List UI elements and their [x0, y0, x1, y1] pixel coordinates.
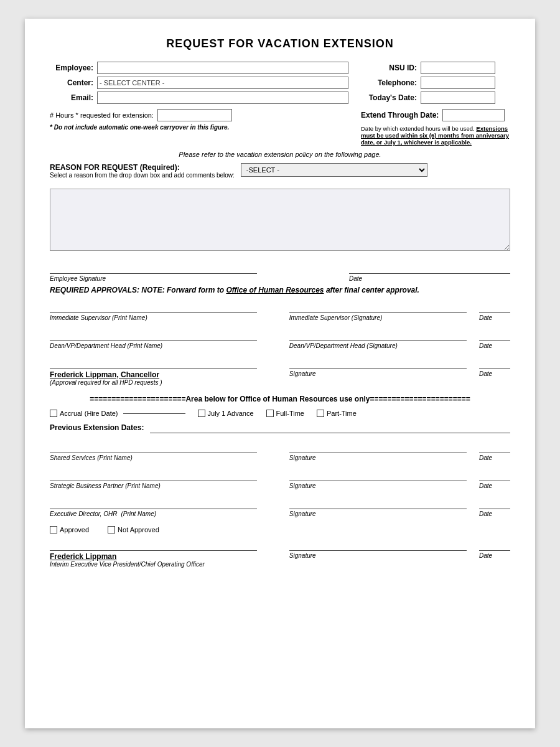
strategic-date-label: Date [479, 482, 510, 489]
shared-services-date-label: Date [479, 454, 510, 461]
shared-services-row: Shared Services (Print Name) Signature D… [50, 442, 510, 461]
strategic-print-label: Strategic Business Partner (Print Name) [50, 482, 257, 489]
final-sig-label: Signature [289, 552, 467, 559]
dean-date-label: Date [479, 342, 510, 349]
reason-subtitle: Select a reason from the drop down box a… [50, 172, 235, 179]
extend-through-label: Extend Through Date: [361, 111, 439, 120]
todays-date-label: Today's Date: [361, 93, 417, 102]
checkbox-row: Accrual (Hire Date) July 1 Advance Full-… [50, 410, 510, 417]
center-input[interactable] [97, 77, 348, 89]
extend-through-input[interactable] [442, 109, 505, 121]
imm-date-label: Date [479, 314, 510, 321]
final-date-label: Date [479, 552, 510, 559]
prev-ext-row: Previous Extension Dates: [50, 422, 510, 433]
todays-date-input[interactable] [421, 92, 495, 104]
telephone-input[interactable] [421, 77, 495, 89]
part-time-item: Part-Time [317, 410, 357, 417]
employee-sig-block: Employee Signature [50, 263, 257, 282]
form-page: REQUEST FOR VACATION EXTENSION Employee:… [25, 19, 535, 728]
exec-print-label: (Print Name) [121, 510, 156, 517]
accrual-label: Accrual (Hire Date) [60, 410, 118, 417]
july-advance-item: July 1 Advance [198, 410, 254, 417]
july-advance-checkbox[interactable] [198, 410, 205, 417]
shared-services-print-label: Shared Services (Print Name) [50, 454, 257, 461]
hours-label: # Hours * requested for extension: [50, 111, 154, 119]
not-approved-item: Not Approved [108, 526, 159, 533]
strategic-sig-label: Signature [289, 482, 467, 489]
exec-date-label: Date [479, 510, 510, 517]
dean-row: Dean/VP/Department Head (Print Name) Dea… [50, 330, 510, 349]
hours-input[interactable] [157, 109, 232, 121]
required-approvals: REQUIRED APPROVALS: NOTE: Forward form t… [50, 286, 510, 294]
date-label: Date [349, 275, 510, 282]
frederick-name: Frederick Lippman [50, 552, 257, 561]
not-approved-label: Not Approved [118, 526, 159, 533]
dean-sig-label: Dean/VP/Department Head (Signature) [289, 342, 467, 349]
reason-title: REASON FOR REQUEST (Required): [50, 163, 235, 172]
email-input[interactable] [97, 92, 348, 104]
page-title: REQUEST FOR VACATION EXTENSION [50, 37, 510, 50]
part-time-checkbox[interactable] [317, 410, 324, 417]
date-note: Date by which extended hours will be use… [361, 124, 510, 146]
reason-select[interactable]: -SELECT - [241, 163, 427, 177]
chancellor-note: (Approval required for all HPD requests … [50, 379, 257, 386]
approved-item: Approved [50, 526, 89, 533]
exec-director-row: Executive Director, OHR (Print Name) Sig… [50, 498, 510, 517]
chancellor-name: Frederick Lippman, Chancellor [50, 370, 257, 379]
dean-print-label: Dean/VP/Department Head (Print Name) [50, 342, 257, 349]
shared-services-sig-label: Signature [289, 454, 467, 461]
approved-checkbox[interactable] [50, 526, 57, 533]
imm-supervisor-row: Immediate Supervisor (Print Name) Immedi… [50, 302, 510, 321]
comments-textarea[interactable] [50, 189, 510, 251]
approved-label: Approved [60, 526, 89, 533]
asterisk-note: * Do not include automatic one-week carr… [50, 124, 348, 131]
telephone-label: Telephone: [361, 78, 417, 87]
strategic-partner-row: Strategic Business Partner (Print Name) … [50, 470, 510, 489]
not-approved-checkbox[interactable] [108, 526, 115, 533]
employee-sig-label: Employee Signature [50, 275, 257, 282]
email-label: Email: [50, 93, 93, 102]
chancellor-date-label: Date [479, 370, 510, 377]
policy-note: Please refer to the vacation extension p… [50, 151, 510, 158]
chancellor-sig-label: Signature [289, 370, 467, 377]
interim-label: Interim Executive Vice President/Chief O… [50, 561, 257, 568]
chancellor-row: Frederick Lippman, Chancellor (Approval … [50, 358, 510, 386]
full-time-checkbox[interactable] [266, 410, 274, 417]
approved-row: Approved Not Approved [50, 526, 510, 533]
july-advance-label: July 1 Advance [208, 410, 254, 417]
part-time-label: Part-Time [327, 410, 357, 417]
center-label: Center: [50, 78, 93, 87]
accrual-item: Accrual (Hire Date) [50, 410, 185, 417]
ohr-divider: ======================Area below for Off… [50, 395, 510, 403]
nsu-id-label: NSU ID: [361, 63, 417, 72]
date-sig-block: Date [349, 263, 510, 282]
nsu-id-input[interactable] [421, 62, 495, 74]
frederick-final-row: Frederick Lippman Interim Executive Vice… [50, 540, 510, 568]
full-time-item: Full-Time [266, 410, 304, 417]
full-time-label: Full-Time [276, 410, 304, 417]
exec-sig-label: Signature [289, 510, 467, 517]
accrual-checkbox[interactable] [50, 410, 57, 417]
imm-supervisor-sig-label: Immediate Supervisor (Signature) [289, 314, 467, 321]
employee-input[interactable] [97, 62, 348, 74]
prev-ext-label: Previous Extension Dates: [50, 423, 144, 432]
imm-supervisor-print-label: Immediate Supervisor (Print Name) [50, 314, 257, 321]
employee-label: Employee: [50, 63, 93, 72]
exec-director-label: Executive Director, OHR [50, 510, 117, 517]
